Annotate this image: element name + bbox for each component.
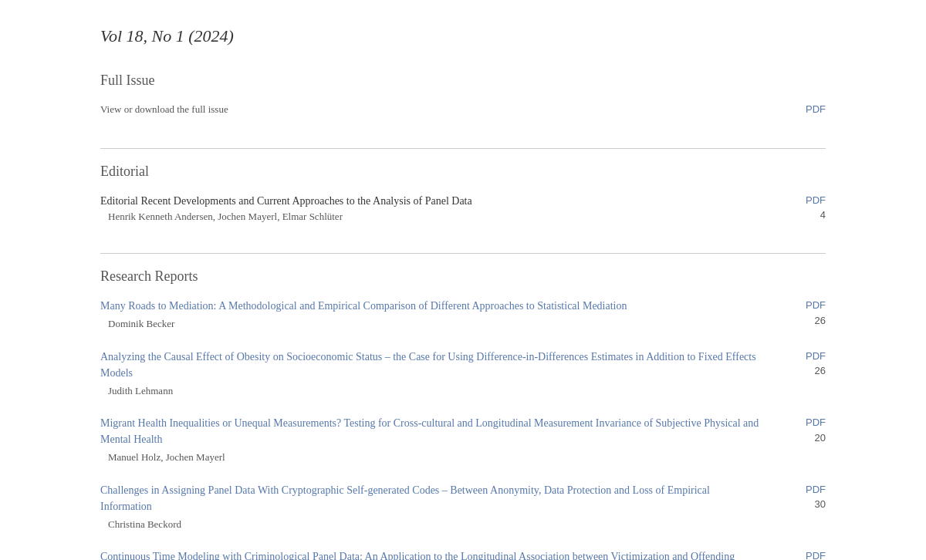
research-article-block-0: Many Roads to Mediation: A Methodologica… — [100, 298, 826, 332]
research-article-pages-1: 26 — [815, 363, 826, 379]
full-issue-pdf-link[interactable]: PDF — [806, 102, 826, 117]
research-article-title-0[interactable]: Many Roads to Mediation: A Methodologica… — [100, 298, 764, 314]
page-container: Vol 18, No 1 (2024) Full Issue View or d… — [85, 0, 841, 560]
research-article-pdf-3[interactable]: PDF — [806, 482, 826, 498]
research-article-title-1[interactable]: Analyzing the Causal Effect of Obesity o… — [100, 349, 764, 381]
research-article-block-1: Analyzing the Causal Effect of Obesity o… — [100, 349, 826, 399]
volume-title: Vol 18, No 1 (2024) — [100, 23, 826, 49]
research-article-content-0: Many Roads to Mediation: A Methodologica… — [100, 298, 779, 332]
research-article-pages-2: 20 — [815, 430, 826, 446]
research-reports-section: Research Reports Many Roads to Mediation… — [100, 266, 826, 560]
full-issue-description: View or download the full issue — [100, 102, 228, 117]
research-article-content-4: Continuous Time Modeling with Criminolog… — [100, 548, 779, 560]
research-article-pdf-0[interactable]: PDF — [806, 298, 826, 313]
research-article-authors-0: Dominik Becker — [100, 316, 764, 332]
editorial-heading: Editorial — [100, 161, 826, 182]
editorial-article-title: Editorial Recent Developments and Curren… — [100, 195, 472, 207]
research-article-pdf-4[interactable]: PDF — [806, 548, 826, 560]
research-article-pdf-1[interactable]: PDF — [806, 349, 826, 364]
editorial-article-pdf-link[interactable]: PDF — [806, 193, 826, 208]
research-article-pages-3: 30 — [815, 497, 826, 512]
research-article-block-3: Challenges in Assigning Panel Data With … — [100, 482, 826, 532]
full-issue-row: View or download the full issue PDF — [100, 102, 826, 125]
research-article-pages-0: 26 — [815, 313, 826, 329]
full-issue-heading: Full Issue — [100, 70, 826, 91]
research-article-authors-2: Manuel Holz, Jochen Mayerl — [100, 450, 764, 465]
research-article-block-4: Continuous Time Modeling with Criminolog… — [100, 548, 826, 560]
research-article-authors-3: Christina Beckord — [100, 517, 764, 532]
editorial-article-block: Editorial Recent Developments and Curren… — [100, 193, 826, 231]
research-article-meta-3: PDF 30 — [779, 482, 826, 512]
research-article-authors-1: Judith Lehmann — [100, 383, 764, 399]
editorial-article-meta: PDF 4 — [779, 193, 826, 223]
research-reports-heading: Research Reports — [100, 266, 826, 287]
research-article-content-3: Challenges in Assigning Panel Data With … — [100, 482, 779, 532]
research-article-title-4[interactable]: Continuous Time Modeling with Criminolog… — [100, 548, 764, 560]
research-article-title-3[interactable]: Challenges in Assigning Panel Data With … — [100, 482, 764, 514]
research-article-meta-0: PDF 26 — [779, 298, 826, 328]
research-divider — [100, 253, 826, 254]
research-article-block-2: Migrant Health Inequalities or Unequal M… — [100, 415, 826, 465]
research-article-meta-4: PDF 30 — [779, 548, 826, 560]
research-article-meta-2: PDF 20 — [779, 415, 826, 445]
editorial-section: Editorial Editorial Recent Developments … — [100, 161, 826, 231]
research-article-pdf-2[interactable]: PDF — [806, 415, 826, 430]
editorial-divider — [100, 148, 826, 149]
editorial-article-authors: Henrik Kenneth Andersen, Jochen Mayerl, … — [100, 209, 764, 224]
research-article-meta-1: PDF 26 — [779, 349, 826, 379]
research-article-content-2: Migrant Health Inequalities or Unequal M… — [100, 415, 779, 465]
research-article-content-1: Analyzing the Causal Effect of Obesity o… — [100, 349, 779, 399]
research-article-title-2[interactable]: Migrant Health Inequalities or Unequal M… — [100, 415, 764, 447]
editorial-article-pages: 4 — [820, 207, 826, 223]
editorial-article-content: Editorial Recent Developments and Curren… — [100, 193, 779, 224]
